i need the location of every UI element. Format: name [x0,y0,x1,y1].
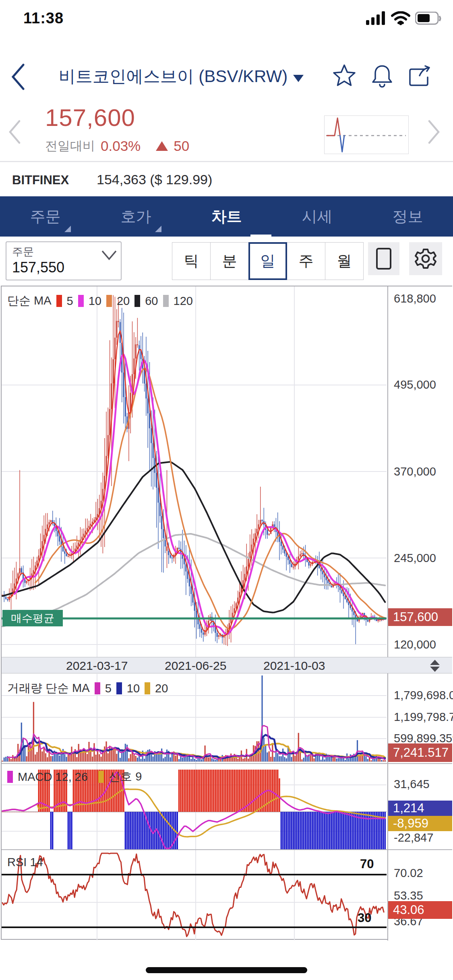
chevron-down-icon [101,250,117,262]
rsi-chart[interactable] [2,850,387,940]
vol-ma10-swatch [116,682,122,694]
macd-signal-badge: -8,959 [388,816,452,831]
chart-settings-button[interactable] [409,242,442,275]
y-label: 120,000 [394,638,436,651]
status-time: 11:38 [23,10,64,27]
ma60-swatch [134,295,140,307]
change-label: 전일대비 [45,138,95,154]
volume-ma-legend: 거래량 단순 MA 5 10 20 [7,680,168,696]
y-label: 370,000 [394,465,436,478]
current-volume-badge: 7,241.517 [388,743,452,762]
timeframe-buttons: 틱 분 일 주 월 [172,242,364,280]
submenu-triangle-icon [64,226,71,232]
timeframe-month-button[interactable]: 월 [325,242,364,280]
y-label: 1,199,798.719 [394,710,453,724]
change-percent: 0.03% [101,138,141,154]
next-symbol-button[interactable] [428,120,441,146]
timeframe-day-button[interactable]: 일 [248,242,287,280]
timeframe-minute-button[interactable]: 분 [210,242,249,280]
current-price-badge: 157,600 [388,608,452,626]
ma10-swatch [78,295,84,307]
ma120-swatch [163,295,169,307]
submenu-triangle-icon [155,226,161,232]
mini-sparkline [324,115,409,154]
tab-quotes[interactable]: 호가 [91,196,181,237]
main-candle-chart[interactable] [2,286,387,657]
y-label: -22,847 [394,831,433,844]
nav-tab-bar: 주문 호가 차트 시세 정보 [0,196,453,237]
screen-rect-icon [376,248,391,270]
rsi-level-70-label: 70 [360,857,374,871]
chevron-down-icon [293,75,304,82]
gear-icon [414,247,437,270]
battery-icon [415,12,442,27]
chevron-right-icon [429,121,439,143]
wifi-icon [391,11,410,27]
tab-chart[interactable]: 차트 [181,196,272,237]
rsi-legend: RSI 14 [7,856,43,869]
chart-region: 단순 MA 5 10 20 60 120 618,800 495,000 370… [1,286,452,940]
exchange-price: 154,363 ($ 129.99) [97,172,212,187]
date-label: 2021-10-03 [263,659,325,673]
order-dropdown-value: 157,550 [12,259,64,276]
home-indicator[interactable] [146,967,307,973]
change-amount: 50 [174,138,189,154]
date-label: 2021-03-17 [66,659,128,673]
page-title: 비트코인에스브이 (BSV/KRW) [59,67,288,86]
back-icon [13,65,23,89]
fullscreen-toggle-button[interactable] [368,242,399,275]
y-label: 1,799,698.078 [394,689,453,702]
active-tab-indicator [250,235,271,237]
y-label: 245,000 [394,552,436,565]
vol-ma20-swatch [145,682,150,694]
cellular-signal-icon [366,11,386,27]
symbol-title[interactable]: 비트코인에스브이 (BSV/KRW) [48,65,314,88]
rsi-level-30-label: 30 [358,911,371,925]
panel-divider [2,849,452,850]
triangle-down-icon [430,667,440,672]
y-label: 495,000 [394,378,436,391]
macd-legend: MACD 12, 26 신호 9 [7,769,142,785]
order-dropdown-label: 주문 [12,245,34,259]
status-icons [366,11,442,27]
signal-swatch [98,771,104,783]
y-label: 70.02 [394,867,423,880]
macd-swatch [7,771,13,783]
rsi-badge: 43.06 [388,901,452,919]
up-triangle-icon [156,141,168,151]
avg-buy-price-badge: 매수평균 [2,610,63,626]
share-icon [410,69,428,85]
macd-hist-badge: 1,214 [388,801,452,816]
main-ma-legend: 단순 MA 5 10 20 60 120 [7,293,193,309]
chevron-left-icon [10,121,19,143]
back-button[interactable] [11,64,25,92]
triangle-up-icon [430,660,440,665]
ma20-swatch [106,295,112,307]
share-button[interactable] [407,64,432,89]
timeframe-tick-button[interactable]: 틱 [172,242,211,280]
divider [0,161,453,162]
tab-info[interactable]: 정보 [362,196,453,237]
favorite-button[interactable] [333,64,356,89]
y-label: 53.35 [394,889,423,902]
vol-ma5-swatch [95,682,100,694]
exchange-name: BITFINEX [12,173,69,187]
tab-market[interactable]: 시세 [272,196,362,237]
ma5-swatch [56,295,62,307]
current-price: 157,600 [45,104,135,132]
star-icon [334,65,355,85]
prev-symbol-button[interactable] [8,120,21,146]
alert-button[interactable] [370,64,394,89]
y-label: 31,645 [394,778,430,791]
axis-scale-toggle[interactable] [430,660,440,672]
date-label: 2021-06-25 [165,659,226,673]
panel-divider [2,763,452,764]
tab-order[interactable]: 주문 [0,196,91,237]
y-label: 618,800 [394,292,436,305]
timeframe-week-button[interactable]: 주 [287,242,325,280]
bell-icon [373,66,391,82]
